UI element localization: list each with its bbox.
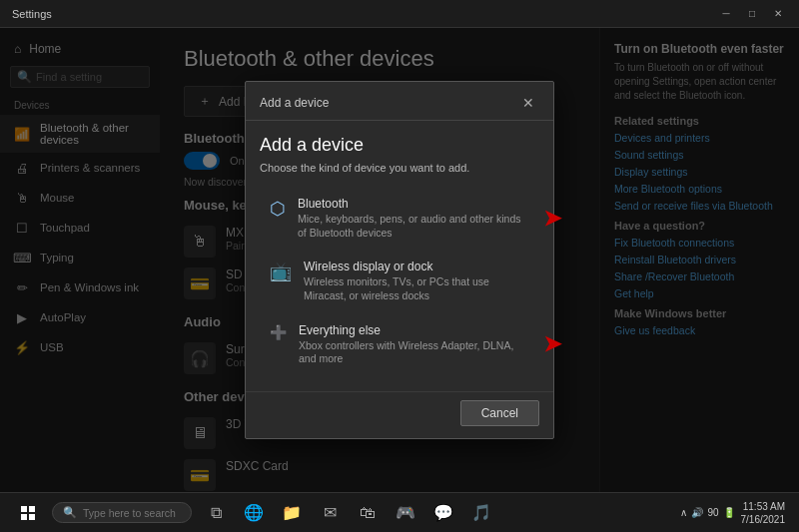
expand-tray-icon[interactable]: ∧: [680, 507, 687, 518]
spotify-button[interactable]: 🎵: [463, 495, 499, 531]
modal-body: Add a device Choose the kind of device y…: [246, 121, 553, 391]
modal-footer: Cancel: [246, 391, 553, 438]
modal-title: Add a device: [260, 135, 539, 156]
taskbar-search-icon: 🔍: [63, 506, 77, 519]
everything-option-desc: Xbox controllers with Wireless Adapter, …: [299, 339, 529, 366]
red-arrow-everything: ➤: [543, 331, 561, 357]
bluetooth-option-desc: Mice, keyboards, pens, or audio and othe…: [298, 213, 529, 240]
teams-button[interactable]: 💬: [425, 495, 461, 531]
modal-overlay: Add a device ✕ Add a device Choose the k…: [0, 28, 799, 492]
taskbar-search-box: 🔍: [52, 502, 192, 523]
battery-text: 90: [707, 507, 718, 518]
modal-option-everything[interactable]: ➕ Everything else Xbox controllers with …: [260, 314, 539, 375]
window-title: Settings: [12, 8, 52, 20]
modal-header: Add a device ✕: [246, 82, 553, 121]
minimize-button[interactable]: ─: [717, 5, 735, 23]
modal-subtitle: Choose the kind of device you want to ad…: [260, 162, 539, 174]
modal-close-button[interactable]: ✕: [517, 92, 539, 114]
taskbar-icons: ⧉ 🌐 📁 ✉ 🛍 🎮 💬 🎵: [198, 495, 499, 531]
volume-icon[interactable]: 🔊: [691, 507, 703, 518]
explorer-button[interactable]: 📁: [274, 495, 310, 531]
windows-logo: [21, 506, 35, 520]
everything-option-icon: ➕: [270, 324, 287, 340]
cancel-button[interactable]: Cancel: [460, 400, 539, 426]
bluetooth-option-text: Bluetooth Mice, keyboards, pens, or audi…: [298, 197, 529, 240]
store-button[interactable]: 🛍: [350, 495, 386, 531]
wireless-option-text: Wireless display or dock Wireless monito…: [304, 260, 529, 302]
wireless-option-desc: Wireless monitors, TVs, or PCs that use …: [304, 275, 529, 302]
taskbar-date-text: 7/16/2021: [741, 513, 786, 526]
taskbar: 🔍 ⧉ 🌐 📁 ✉ 🛍 🎮 💬 🎵 ∧ 🔊 90 🔋 11:53 AM 7/16…: [0, 492, 799, 532]
modal-option-wireless[interactable]: 📺 Wireless display or dock Wireless moni…: [260, 251, 539, 311]
bluetooth-option-icon: ⬡: [270, 198, 286, 220]
title-bar: Settings ─ □ ✕: [0, 0, 799, 28]
red-arrow-bluetooth: ➤: [543, 206, 561, 232]
modal-header-title: Add a device: [260, 96, 329, 110]
taskbar-clock: 11:53 AM 7/16/2021: [741, 500, 786, 526]
modal-option-bluetooth[interactable]: ⬡ Bluetooth Mice, keyboards, pens, or au…: [260, 188, 539, 249]
maximize-button[interactable]: □: [743, 5, 761, 23]
wireless-option-title: Wireless display or dock: [304, 260, 529, 273]
taskbar-right: ∧ 🔊 90 🔋 11:53 AM 7/16/2021: [680, 500, 793, 526]
task-view-button[interactable]: ⧉: [198, 495, 234, 531]
sys-tray: ∧ 🔊 90 🔋: [680, 507, 734, 518]
wireless-option-icon: 📺: [270, 261, 292, 282]
add-device-modal: Add a device ✕ Add a device Choose the k…: [245, 81, 554, 439]
xbox-button[interactable]: 🎮: [388, 495, 423, 531]
start-button[interactable]: [6, 493, 50, 533]
close-button[interactable]: ✕: [769, 5, 787, 23]
edge-button[interactable]: 🌐: [236, 495, 272, 531]
everything-option-text: Everything else Xbox controllers with Wi…: [299, 323, 529, 366]
battery-icon: 🔋: [723, 507, 735, 518]
window-controls: ─ □ ✕: [717, 5, 787, 23]
taskbar-search-input[interactable]: [83, 507, 181, 519]
everything-option-title: Everything else: [299, 323, 529, 337]
bluetooth-option-title: Bluetooth: [298, 197, 529, 211]
taskbar-time-text: 11:53 AM: [741, 500, 786, 513]
mail-button[interactable]: ✉: [312, 495, 348, 531]
